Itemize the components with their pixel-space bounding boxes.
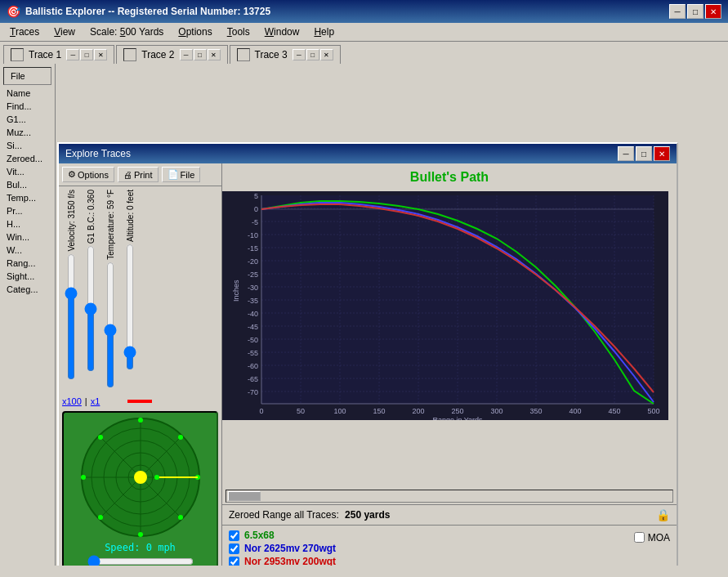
velocity-slider-group: Velocity: 3150 f/s (62, 190, 80, 391)
menu-tools[interactable]: Tools (221, 25, 257, 39)
menu-scale[interactable]: Scale: 500 Yards (83, 25, 170, 39)
dialog-close[interactable]: ✕ (654, 146, 670, 161)
left-sight[interactable]: Sight... (3, 270, 51, 283)
trace1-checkbox[interactable] (229, 530, 239, 541)
x100-button[interactable]: x100 (62, 396, 82, 406)
svg-text:-30: -30 (248, 284, 258, 292)
trace-item-1: 6.5x68 (229, 529, 621, 542)
left-categ[interactable]: Categ... (3, 283, 51, 296)
trace-tab-1[interactable]: Trace 1 ─ □ ✕ (3, 45, 114, 64)
left-rang[interactable]: Rang... (3, 257, 51, 270)
trace3-close[interactable]: ✕ (320, 49, 333, 60)
compass-display (79, 416, 202, 539)
svg-text:Inches: Inches (232, 280, 240, 302)
menu-options[interactable]: Options (172, 25, 218, 39)
velocity-slider[interactable] (62, 253, 80, 380)
trace1-color-label: 6.5x68 (244, 530, 275, 541)
controls-panel: ⚙ Options 🖨 Print 📄 File (59, 163, 222, 566)
svg-point-10 (138, 532, 143, 537)
options-icon: ⚙ (68, 169, 76, 180)
chart-title: Bullet's Path (222, 163, 677, 191)
svg-text:50: 50 (297, 407, 305, 415)
svg-point-15 (98, 515, 103, 520)
trace3-checkbox[interactable] (229, 557, 239, 566)
trace-tab-2[interactable]: Trace 2 ─ □ ✕ (116, 45, 227, 64)
bc-label: G1 B.C.: 0.360 (87, 190, 96, 244)
trace2-color-label: Nor 2625mv 270wgt (244, 543, 336, 554)
left-bul[interactable]: Bul... (3, 178, 51, 191)
app-icon: 🎯 (7, 5, 20, 18)
left-find[interactable]: Find... (3, 100, 51, 113)
left-pr[interactable]: Pr... (3, 204, 51, 217)
left-si[interactable]: Si... (3, 139, 51, 152)
minimize-button[interactable]: ─ (669, 4, 686, 19)
dialog-title-bar: Explore Traces ─ □ ✕ (59, 144, 677, 163)
multiplier-controls: x100 | x1 (59, 395, 221, 408)
svg-point-17 (134, 471, 147, 484)
left-name[interactable]: Name (3, 87, 51, 100)
file-icon: 📄 (167, 169, 179, 180)
trace-item-3: Nor 2953mv 200wgt (229, 555, 621, 566)
bc-slider[interactable] (82, 245, 100, 372)
trace2-min[interactable]: ─ (180, 49, 193, 60)
svg-text:-45: -45 (248, 323, 258, 331)
svg-text:-65: -65 (248, 375, 258, 383)
altitude-slider[interactable] (121, 244, 139, 370)
left-g1[interactable]: G1... (3, 113, 51, 126)
trace1-close[interactable]: ✕ (94, 49, 107, 60)
options-button[interactable]: ⚙ Options (62, 167, 114, 182)
left-h[interactable]: H... (3, 217, 51, 230)
dialog-max[interactable]: □ (636, 146, 652, 161)
menu-view[interactable]: View (47, 25, 82, 39)
left-temp[interactable]: Temp... (3, 191, 51, 204)
controls-toolbar: ⚙ Options 🖨 Print 📄 File (59, 163, 221, 186)
wind-scale-slider[interactable] (87, 555, 194, 566)
close-button[interactable]: ✕ (705, 4, 721, 19)
trace1-max[interactable]: □ (80, 49, 93, 60)
svg-text:400: 400 (569, 407, 581, 415)
trace-item-2: Nor 2625mv 270wgt (229, 542, 621, 555)
window-title: Ballistic Explorer -- Registered Serial … (25, 6, 270, 17)
svg-text:-50: -50 (248, 336, 258, 344)
menu-traces[interactable]: Traces (3, 25, 46, 39)
menu-help[interactable]: Help (307, 25, 341, 39)
bottom-panel: Zeroed Range all Traces: 250 yards 🔒 6.5… (222, 504, 677, 566)
x1-button[interactable]: x1 (91, 396, 100, 406)
temp-label: Temperature: 59 °F (106, 190, 115, 260)
sliders-area: Velocity: 3150 f/s G1 B.C.: 0.360 Temper… (59, 186, 221, 395)
svg-text:-60: -60 (248, 362, 258, 370)
left-zeroed[interactable]: Zeroed... (3, 152, 51, 165)
dialog-min[interactable]: ─ (618, 146, 634, 161)
svg-text:250: 250 (451, 407, 463, 415)
trace2-close[interactable]: ✕ (208, 49, 221, 60)
svg-text:150: 150 (373, 407, 385, 415)
wind-compass: Speed: 0 mph No Wind Scale (62, 411, 218, 566)
left-muz[interactable]: Muz... (3, 126, 51, 139)
trace2-max[interactable]: □ (194, 49, 207, 60)
explore-dialog: Explore Traces ─ □ ✕ ⚙ Options 🖨 (57, 142, 678, 566)
trace3-label: Trace 3 (255, 49, 288, 60)
left-vit[interactable]: Vit... (3, 165, 51, 178)
svg-text:5: 5 (254, 192, 258, 200)
velocity-label: Velocity: 3150 f/s (67, 190, 76, 252)
left-file[interactable]: File (7, 69, 47, 83)
svg-point-13 (98, 435, 103, 440)
scrollbar-thumb[interactable] (228, 491, 261, 501)
left-win[interactable]: Win... (3, 230, 51, 244)
trace2-checkbox[interactable] (229, 543, 239, 554)
trace1-min[interactable]: ─ (66, 49, 79, 60)
svg-text:-55: -55 (248, 349, 258, 357)
moa-checkbox[interactable] (634, 532, 645, 543)
left-w[interactable]: W... (3, 244, 51, 257)
trace-tab-3[interactable]: Trace 3 ─ □ ✕ (230, 45, 341, 64)
file-button[interactable]: 📄 File (162, 167, 201, 182)
svg-text:-15: -15 (248, 244, 258, 253)
maximize-button[interactable]: □ (687, 4, 703, 19)
menu-window[interactable]: Window (258, 25, 306, 39)
horizontal-scrollbar[interactable] (226, 490, 673, 503)
print-button[interactable]: 🖨 Print (118, 167, 159, 182)
trace3-max[interactable]: □ (306, 49, 319, 60)
trace3-min[interactable]: ─ (293, 49, 306, 60)
temp-slider[interactable] (101, 262, 119, 388)
svg-point-19 (154, 475, 159, 480)
